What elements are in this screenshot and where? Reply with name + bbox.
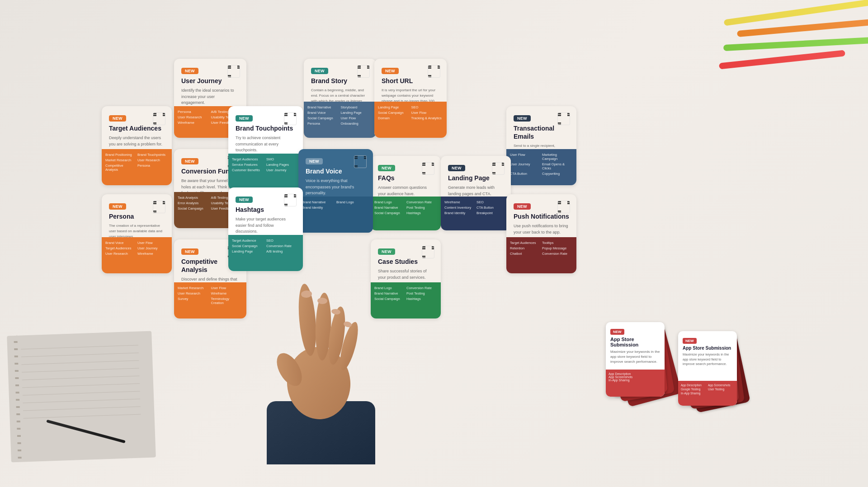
card-pn-footer: Target Audiences Tooltips Retention Popu…	[506, 237, 576, 273]
per-tag-2: User Flow	[137, 241, 168, 245]
pn-tag-3: Retention	[510, 246, 541, 250]
te-tag-4: Email Opens & Clicks	[542, 162, 573, 170]
per-tag-5: User Research	[105, 252, 136, 256]
card-short-url-title: Short URL	[382, 77, 439, 85]
card-faqs-qr	[422, 162, 434, 175]
card-user-journey-desc: Identify the ideal scenarios to increase…	[181, 88, 239, 106]
card-brand-story-qr	[357, 65, 370, 78]
card-brand-story-title: Brand Story	[311, 77, 369, 85]
notebook	[7, 331, 156, 463]
card-pn-qr	[557, 201, 570, 213]
card-short-url[interactable]: NEW Short URL It is very important the u…	[374, 59, 447, 138]
card-ca-badge: NEW	[181, 248, 198, 255]
card-push-notifications[interactable]: NEW Push Notifications Use push notifica…	[506, 194, 576, 273]
card-hashtags-title: Hashtags	[236, 206, 296, 214]
ca-tag-4: Wireframe	[211, 291, 243, 295]
cs-tag-5: Social Campaign	[374, 297, 405, 301]
su-tag-3: Social Campaign	[378, 111, 410, 115]
card-brand-touchpoints[interactable]: NEW Brand Touchpoints Try to achieve con…	[228, 106, 303, 190]
card-bv-title: Brand Voice	[306, 167, 366, 175]
ta-tag-3: Market Research	[105, 158, 136, 162]
card-lp-footer: Wireframe SEO Content Inventory CTA Butt…	[441, 197, 511, 230]
card-case-studies[interactable]: NEW Case Studies Share successful storie…	[371, 239, 441, 318]
ht-tag-4: Conversion Rate	[266, 244, 299, 248]
card-bv-desc: Voice is everything that encompasses you…	[306, 178, 366, 197]
ta-tag-6: Persona	[137, 164, 168, 172]
rstack-tag-5: In-App Sharing	[681, 392, 707, 395]
faq-tag-3: Brand Narrative	[374, 206, 405, 210]
card-faqs-footer: Brand Logo Conversion Rate Brand Narrati…	[371, 197, 441, 230]
bt-tag-6: User Journey	[266, 168, 299, 172]
cf-tag-5: Social Campaign	[178, 206, 210, 211]
bt-tag-5: Customer Benefits	[232, 168, 265, 172]
bt-tag-3: Service Features	[232, 163, 265, 167]
card-transactional-emails[interactable]: NEW Transactional Emails Send to a singl…	[506, 106, 576, 185]
card-bt-badge: NEW	[236, 115, 253, 122]
card-user-journey-qr	[227, 65, 240, 78]
card-hashtags[interactable]: NEW Hashtags Make your target audiences …	[228, 187, 303, 271]
pn-tag-6: Conversion Rate	[542, 252, 573, 256]
card-pn-desc: Use push notifications to bring your use…	[514, 223, 569, 235]
card-te-title: Transactional Emails	[514, 124, 569, 140]
card-hashtags-footer: Target Audience SEO Social Campaign Conv…	[228, 235, 303, 271]
cf-tag-1: Task Analysis	[178, 196, 210, 200]
stack-footer: App Description App Screenshots In-App S…	[606, 370, 665, 397]
bv-tag-3: Brand Identity	[302, 206, 335, 210]
marker-green	[723, 37, 868, 51]
card-target-audiences-badge: NEW	[109, 115, 126, 122]
card-persona[interactable]: NEW Persona The creation of a representa…	[102, 194, 172, 273]
cs-tag-3: Brand Narrative	[374, 291, 405, 295]
card-user-journey-title: User Journey	[181, 77, 239, 85]
marker-orange	[737, 19, 868, 37]
rstack-top[interactable]: NEW App Store Submission Maximize your k…	[678, 331, 737, 406]
card-bt-qr	[284, 112, 297, 125]
card-lp-title: Landing Page	[448, 174, 504, 182]
faq-tag-2: Conversion Rate	[406, 200, 437, 204]
ta-tag-4: User Research	[137, 158, 168, 162]
per-tag-4: User Journey	[137, 246, 168, 250]
card-lp-badge: NEW	[448, 165, 465, 171]
card-bt-footer: Target Audiences SMO Service Features La…	[228, 154, 303, 190]
rstack-desc: Maximize your keywords in the app store …	[683, 352, 732, 367]
tag-persona: Persona	[178, 110, 210, 114]
card-cf-badge: NEW	[181, 158, 198, 164]
ta-tag-2: Brand Touchpoints	[137, 153, 168, 157]
card-lp-desc: Generate more leads with landing pages a…	[448, 185, 504, 197]
card-cs-title: Case Studies	[378, 258, 434, 266]
bv-tag-2: Brand Logo	[336, 200, 369, 204]
as-tag-2: App Screenshots	[609, 375, 662, 379]
markers-decoration	[687, 0, 868, 90]
card-pn-badge: NEW	[514, 203, 531, 210]
card-target-audiences-footer: Brand Positioning Brand Touchpoints Mark…	[102, 149, 172, 185]
per-tag-3: Target Audiences	[105, 246, 136, 250]
as-tag-3: In-App Sharing	[609, 379, 662, 382]
card-brand-story-footer: Brand Narrative Storyboard Brand Voice L…	[304, 102, 376, 138]
card-brand-voice[interactable]: NEW Brand Voice Voice is everything that…	[298, 149, 373, 233]
ca-tag-5: Survey	[178, 297, 210, 305]
card-bv-footer: Brand Narrative Brand Logo Brand Identit…	[298, 197, 373, 233]
ht-tag-2: SEO	[266, 239, 299, 243]
stack-card-top[interactable]: NEW App Store Submission Maximize your k…	[606, 322, 665, 397]
card-faqs[interactable]: NEW FAQs Answer common questions your au…	[371, 156, 441, 230]
bs-tag-5: Social Campaign	[307, 116, 340, 120]
card-hashtags-badge: NEW	[236, 197, 253, 203]
card-te-badge: NEW	[514, 115, 531, 122]
te-tag-1: User Flow	[510, 153, 541, 161]
card-brand-story[interactable]: NEW Brand Story Contain a beginning, mid…	[304, 59, 376, 138]
per-tag-6: Wireframe	[137, 252, 168, 256]
te-tag-2: Marketing Campaign	[542, 153, 573, 161]
rstack-tag-3: Google Testing	[681, 388, 707, 391]
card-stack-right: NEW App Store Submission Maximize your k…	[678, 331, 737, 406]
card-landing-page[interactable]: NEW Landing Page Generate more leads wit…	[441, 156, 511, 230]
su-tag-1: Landing Page	[378, 105, 410, 109]
faq-tag-1: Brand Logo	[374, 200, 405, 204]
su-tag-5: Domain	[378, 116, 410, 120]
tag-user-research: User Research	[178, 115, 210, 119]
su-tag-6: Tracking & Analytics	[411, 116, 443, 120]
tag-wireframe: Wireframe	[178, 121, 210, 125]
ta-tag-1: Brand Positioning	[105, 153, 136, 157]
card-target-audiences[interactable]: NEW Target Audiences Deeply understand t…	[102, 106, 172, 185]
lp-tag-4: CTA Button	[476, 206, 507, 210]
pn-tag-4: Popup Message	[542, 246, 573, 250]
marker-red	[719, 50, 845, 69]
